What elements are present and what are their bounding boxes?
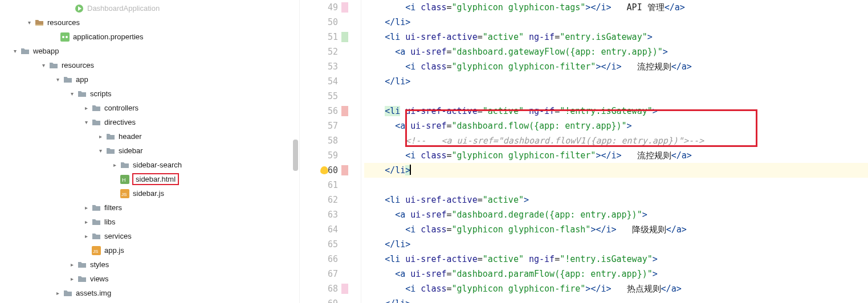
code-line[interactable]: <li ui-sref-active="active" ng-if="entry…	[364, 30, 868, 44]
code-line[interactable]: <i class="glyphicon glyphicon-filter"></…	[364, 59, 868, 74]
tree-item-dist[interactable]: ▸dist	[0, 300, 299, 303]
change-marker	[341, 32, 348, 42]
tree-item-styles[interactable]: ▸styles	[0, 257, 299, 272]
tree-item-assets-img[interactable]: ▸assets.img	[0, 286, 299, 300]
tree-item-dashboardapplication[interactable]: ▸DashboardApplication	[0, 1, 299, 15]
tree-item-webapp[interactable]: ▾webapp	[0, 44, 299, 58]
tree-item-label: assets.img	[76, 289, 111, 297]
tree-item-header[interactable]: ▸header	[0, 129, 299, 144]
code-line[interactable]: </li>	[364, 15, 868, 30]
project-tree[interactable]: ▸DashboardApplication▾resources▸applicat…	[0, 0, 299, 303]
tree-item-filters[interactable]: ▸filters	[0, 200, 299, 215]
chevron-right-icon[interactable]: ▸	[111, 162, 118, 168]
code-line[interactable]: <li ui-sref-active="active" ng-if="!entr…	[364, 104, 868, 118]
chevron-right-icon[interactable]: ▸	[83, 105, 89, 111]
line-number: 60	[300, 163, 354, 178]
tree-item-label: sidebar.js	[133, 189, 164, 198]
tree-item-app[interactable]: ▾app	[0, 72, 299, 87]
chevron-down-icon[interactable]: ▾	[40, 62, 47, 68]
folder-icon	[63, 289, 72, 298]
tree-item-label: controllers	[104, 104, 138, 112]
folder-icon	[49, 61, 58, 70]
tree-item-sidebar-js[interactable]: ▸sidebar.js	[0, 186, 299, 200]
tree-item-scripts[interactable]: ▾scripts	[0, 87, 299, 101]
tree-item-sidebar-html[interactable]: ▸sidebar.html	[0, 172, 299, 186]
tree-item-label: styles	[90, 260, 109, 269]
folder-icon	[106, 132, 115, 141]
line-number: 68	[300, 281, 354, 296]
code-editor[interactable]: 4950515253545556575859606162636465666768…	[300, 0, 868, 303]
tree-item-app-js[interactable]: ▸app.js	[0, 243, 299, 257]
line-number: 49	[300, 0, 354, 15]
code-line[interactable]: <i class="glyphicon glyphicon-fire"></i>…	[364, 281, 868, 296]
change-marker	[341, 2, 348, 13]
tree-item-label: application.properties	[73, 32, 144, 41]
tree-item-directives[interactable]: ▾directives	[0, 115, 299, 129]
code-line[interactable]: <a ui-sref="dashboard.degrade({app: entr…	[364, 207, 868, 222]
code-line[interactable]: <!-- <a ui-sref="dashboard.flowV1({app: …	[364, 133, 868, 148]
line-number: 53	[300, 59, 354, 74]
folder-icon	[92, 232, 101, 241]
code-line[interactable]: <a ui-sref="dashboard.gatewayFlow({app: …	[364, 44, 868, 59]
chevron-right-icon[interactable]: ▸	[68, 276, 75, 282]
chevron-right-icon[interactable]: ▸	[68, 261, 75, 268]
code-line[interactable]	[364, 89, 868, 104]
line-number: 65	[300, 237, 354, 252]
js-icon	[120, 189, 129, 198]
tree-item-services[interactable]: ▸services	[0, 229, 299, 243]
code-line[interactable]: <i class="glyphicon glyphicon-filter"></…	[364, 148, 868, 163]
js-icon	[92, 246, 101, 255]
code-line[interactable]: <i class="glyphicon glyphicon-tags"></i>…	[364, 0, 868, 15]
chevron-right-icon[interactable]: ▸	[83, 233, 89, 239]
tree-item-label: services	[104, 232, 132, 240]
line-number: 62	[300, 193, 354, 207]
tree-item-sidebar-search[interactable]: ▸sidebar-search	[0, 158, 299, 172]
line-number: 59	[300, 148, 354, 163]
folder-icon	[120, 161, 129, 170]
code-line[interactable]: <a ui-sref="dashboard.flow({app: entry.a…	[364, 118, 868, 133]
code-line[interactable]: </li>	[364, 74, 868, 89]
tree-item-resources[interactable]: ▾resources	[0, 15, 299, 30]
tree-item-resources[interactable]: ▾resources	[0, 58, 299, 72]
folder-icon	[92, 203, 101, 212]
chevron-right-icon[interactable]: ▸	[83, 219, 89, 225]
marker-column	[354, 0, 361, 303]
tree-item-sidebar[interactable]: ▾sidebar	[0, 144, 299, 158]
chevron-down-icon[interactable]: ▾	[97, 148, 104, 154]
tree-item-controllers[interactable]: ▸controllers	[0, 101, 299, 115]
code-line[interactable]: </li>	[364, 237, 868, 252]
chevron-right-icon[interactable]: ▸	[97, 133, 104, 140]
code-line[interactable]: <li ui-sref-active="active" ng-if="!entr…	[364, 252, 868, 267]
tree-item-label: directives	[104, 118, 136, 126]
tree-scrollbar[interactable]	[293, 140, 298, 171]
code-line[interactable]: </li>	[364, 163, 868, 178]
code-line[interactable]: <i class="glyphicon glyphicon-flash"></i…	[364, 222, 868, 237]
line-number: 67	[300, 267, 354, 281]
code-area[interactable]: <i class="glyphicon glyphicon-tags"></i>…	[361, 0, 868, 303]
code-line[interactable]: <li ui-sref-active="active">	[364, 193, 868, 207]
line-number: 50	[300, 15, 354, 30]
chevron-down-icon[interactable]: ▾	[68, 91, 75, 97]
tree-item-views[interactable]: ▸views	[0, 272, 299, 286]
chevron-down-icon[interactable]: ▾	[26, 19, 32, 26]
folder-icon	[92, 218, 101, 227]
code-line[interactable]	[364, 178, 868, 193]
chevron-down-icon[interactable]: ▾	[11, 48, 18, 54]
tree-item-application-properties[interactable]: ▸application.properties	[0, 30, 299, 44]
line-number: 51	[300, 30, 354, 44]
line-number: 56	[300, 104, 354, 118]
tree-item-label: resources	[62, 61, 94, 69]
chevron-right-icon[interactable]: ▸	[54, 290, 61, 296]
line-number: 69	[300, 296, 354, 303]
tree-item-label: filters	[104, 203, 122, 212]
tree-item-libs[interactable]: ▸libs	[0, 215, 299, 229]
code-line[interactable]: <a ui-sref="dashboard.paramFlow({app: en…	[364, 267, 868, 281]
chevron-down-icon[interactable]: ▾	[83, 119, 89, 125]
chevron-down-icon[interactable]: ▾	[54, 76, 61, 83]
change-marker	[341, 165, 348, 175]
folder-icon	[106, 146, 115, 155]
code-line[interactable]: </li>	[364, 296, 868, 303]
intention-bulb-icon[interactable]	[320, 166, 328, 174]
folder-icon	[78, 89, 87, 99]
chevron-right-icon[interactable]: ▸	[83, 204, 89, 211]
